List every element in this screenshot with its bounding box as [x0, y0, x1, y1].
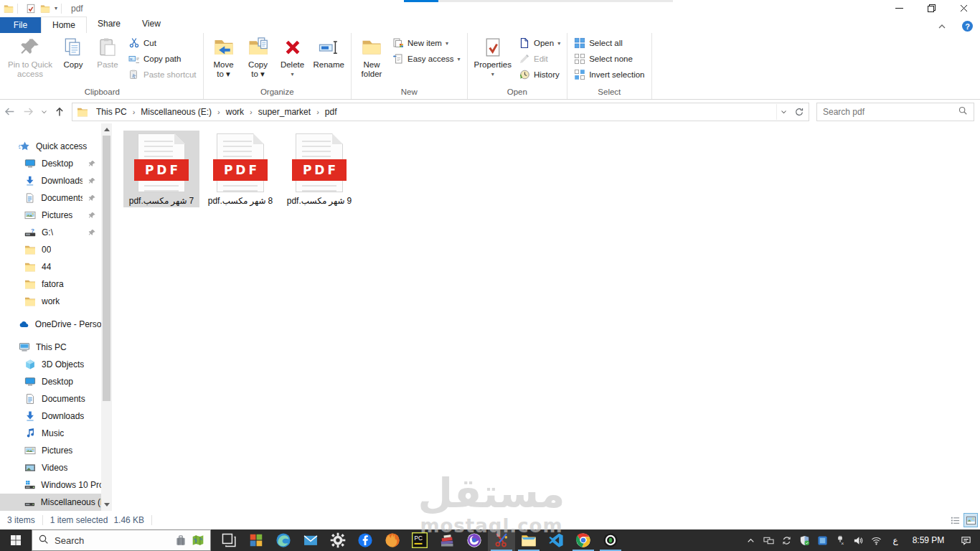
sidebar-item-desktop[interactable]: Desktop — [0, 373, 101, 390]
breadcrumb-item-super-market[interactable]: super_market — [253, 104, 316, 120]
ribbon-button-paste[interactable]: Paste — [90, 34, 125, 72]
sidebar-item-pictures[interactable]: Pictures — [0, 207, 101, 224]
back-icon[interactable] — [1, 104, 17, 120]
sidebar-item-videos[interactable]: Videos — [0, 459, 101, 476]
tray-defender[interactable] — [796, 529, 814, 551]
ribbon-button-delete[interactable]: Delete▾ — [275, 34, 310, 81]
tray-volume[interactable] — [849, 529, 867, 551]
sidebar-item-g[interactable]: ?G:\ — [0, 224, 101, 241]
taskbar-app-edge[interactable] — [270, 529, 297, 551]
sidebar-item-downloads[interactable]: Downloads — [0, 408, 101, 425]
sidebar-item-pictures[interactable]: Pictures — [0, 442, 101, 459]
sidebar-item-fatora[interactable]: fatora — [0, 276, 101, 293]
sidebar-item-onedrive-person[interactable]: OneDrive - Person — [0, 316, 101, 333]
ribbon-button-easy-access[interactable]: Easy access▾ — [389, 51, 464, 67]
taskbar-search[interactable]: Search — [32, 529, 211, 551]
sidebar-item-documents[interactable]: Documents — [0, 390, 101, 408]
qat-folder-icon[interactable] — [40, 4, 50, 14]
action-center-button[interactable] — [951, 529, 980, 551]
scroll-up-icon[interactable] — [104, 128, 110, 131]
sidebar-item-work[interactable]: work — [0, 293, 101, 310]
taskbar-app-winrar[interactable] — [433, 529, 461, 551]
ribbon-button-copy-to[interactable]: Copyto ▾ — [241, 34, 275, 81]
sidebar-item-documents[interactable]: Documents — [0, 189, 101, 207]
minimize-button[interactable] — [883, 0, 915, 17]
ribbon-button-select-none[interactable]: Select none — [570, 51, 648, 67]
clock[interactable]: 8:59 PM — [905, 535, 951, 545]
taskbar-app-settings[interactable] — [324, 529, 352, 551]
tab-share[interactable]: Share — [87, 17, 131, 32]
restore-button[interactable] — [915, 0, 948, 17]
sidebar-item-downloads[interactable]: Downloads — [0, 172, 101, 189]
file-item[interactable]: PDFpdf.مكسبشهر8 — [202, 131, 278, 207]
ribbon-button-cut[interactable]: Cut — [125, 35, 200, 51]
breadcrumb-item-work[interactable]: work — [221, 104, 249, 120]
sidebar-item-3d-objects[interactable]: 3D Objects — [0, 356, 101, 373]
taskbar-app-task-view[interactable] — [215, 529, 242, 551]
ribbon-button-copy-path[interactable]: w..Copy path — [125, 51, 200, 67]
taskbar-app-mail[interactable] — [297, 529, 324, 551]
breadcrumb-item-pdf[interactable]: pdf — [320, 104, 342, 120]
sidebar-item-this-pc[interactable]: This PC — [0, 339, 101, 356]
sidebar-item-00[interactable]: 00 — [0, 241, 101, 258]
ribbon-button-select-all[interactable]: Select all — [570, 35, 648, 51]
forward-icon[interactable] — [20, 104, 36, 120]
refresh-icon[interactable] — [791, 104, 807, 120]
breadcrumb-item-this-pc[interactable]: This PC — [91, 104, 132, 120]
qat-properties-icon[interactable] — [26, 4, 36, 14]
sidebar-scrollbar[interactable] — [101, 123, 112, 511]
ribbon-button-properties[interactable]: Properties▾ — [471, 34, 515, 81]
start-button[interactable] — [0, 529, 32, 551]
tray-tray-expand[interactable] — [742, 529, 760, 551]
file-item[interactable]: PDFpdf.مكسبشهر7 — [123, 131, 199, 207]
sidebar-item-windows-10-pro[interactable]: Windows 10 Pro — [0, 476, 101, 494]
sidebar-item-44[interactable]: 44 — [0, 258, 101, 276]
help-icon[interactable]: ? — [962, 21, 973, 32]
tray-usb-plug[interactable]: × — [831, 529, 849, 551]
sidebar-item-quick-access[interactable]: Quick access — [0, 138, 101, 155]
taskbar-app-opera[interactable] — [597, 529, 624, 551]
recent-locations-dropdown-icon[interactable] — [39, 104, 49, 120]
breadcrumb-item-miscellaneous-e[interactable]: Miscellaneous (E:) — [136, 104, 217, 120]
tray-wifi[interactable] — [867, 529, 885, 551]
taskbar-app-chrome[interactable] — [570, 529, 597, 551]
ribbon-button-new-item[interactable]: New item▾ — [389, 35, 464, 51]
ribbon-button-rename[interactable]: Rename — [310, 34, 348, 72]
sidebar-item-music[interactable]: Music — [0, 425, 101, 442]
sidebar-item-desktop[interactable]: Desktop — [0, 155, 101, 172]
taskbar-app-file-explorer[interactable] — [515, 529, 542, 551]
address-box[interactable]: This PC›Miscellaneous (E:)›work›super_ma… — [72, 103, 809, 121]
taskbar-app-facebook[interactable] — [352, 529, 379, 551]
tab-home[interactable]: Home — [41, 17, 87, 33]
taskbar-app-media-player[interactable] — [461, 529, 488, 551]
details-view-button[interactable] — [948, 513, 962, 527]
ribbon-button-copy[interactable]: Copy — [56, 34, 90, 72]
scrollbar-thumb[interactable] — [103, 136, 110, 401]
tab-file[interactable]: File — [0, 17, 41, 33]
taskbar-app-firefox[interactable] — [379, 529, 406, 551]
ribbon-button-history[interactable]: History — [515, 67, 564, 83]
ribbon-button-move-to[interactable]: Moveto ▾ — [207, 34, 241, 81]
taskbar-app-vscode[interactable] — [542, 529, 570, 551]
qat-customize-dropdown-icon[interactable]: ▾ — [55, 5, 57, 11]
taskbar-app-store[interactable] — [242, 529, 270, 551]
tray-sync[interactable] — [778, 529, 796, 551]
large-icons-view-button[interactable] — [963, 513, 978, 527]
taskbar-app-pycharm[interactable]: PC — [406, 529, 433, 551]
collapse-ribbon-icon[interactable] — [938, 22, 946, 32]
tray-dual-monitor[interactable] — [760, 529, 778, 551]
ribbon-button-edit[interactable]: Edit — [515, 51, 564, 67]
ribbon-button-open[interactable]: Open▾ — [515, 35, 564, 51]
language-indicator[interactable]: ع — [885, 535, 905, 545]
close-button[interactable] — [948, 0, 980, 17]
scroll-down-icon[interactable] — [104, 503, 110, 507]
search-input[interactable]: Search pdf — [816, 103, 974, 121]
file-item[interactable]: PDFpdf.مكسبشهر9 — [281, 131, 357, 207]
taskbar-app-capture-tool[interactable] — [488, 529, 515, 551]
tray-blue-app[interactable] — [814, 529, 831, 551]
address-dropdown-icon[interactable] — [778, 104, 788, 120]
ribbon-button-new-folder[interactable]: Newfolder — [354, 34, 389, 81]
ribbon-button-pin-to-quick-access[interactable]: Pin to Quickaccess — [4, 34, 56, 81]
tab-view[interactable]: View — [131, 17, 171, 32]
ribbon-button-invert-selection[interactable]: Invert selection — [570, 67, 648, 83]
